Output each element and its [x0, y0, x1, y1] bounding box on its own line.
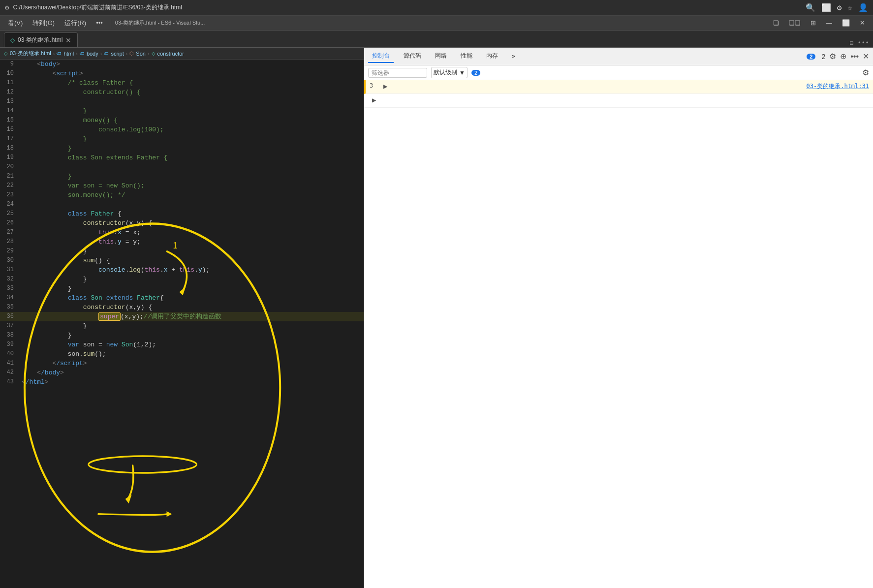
- breadcrumb-icon-3: 🏷: [104, 51, 109, 56]
- line-content-22: var son = new Son();: [20, 181, 364, 190]
- console-row-link-0[interactable]: 03-类的继承.html:31: [807, 82, 869, 91]
- devtools-close-button[interactable]: ✕: [863, 52, 869, 61]
- menu-close[interactable]: ✕: [856, 18, 869, 28]
- breadcrumb-sep-3: ›: [126, 51, 128, 57]
- console-row-0: 3 ▶ 03-类的继承.html:31: [364, 80, 873, 94]
- console-filter-input[interactable]: [368, 68, 427, 78]
- breadcrumb-item-0[interactable]: 03-类的继承.html: [10, 50, 51, 57]
- line-number-27: 27: [0, 228, 20, 237]
- main-layout: ◇ 03-类的继承.html › 🏷 html › 🏷 body › 🏷 scr…: [0, 48, 873, 588]
- breadcrumb-item-3[interactable]: script: [111, 51, 124, 57]
- line-number-15: 15: [0, 116, 20, 125]
- editor-tab-active[interactable]: ◇ 03-类的继承.html ✕: [4, 32, 78, 47]
- editor-panel: ◇ 03-类的继承.html › 🏷 html › 🏷 body › 🏷 scr…: [0, 48, 364, 588]
- code-line-41: 41 </script>: [0, 359, 364, 368]
- line-content-19: class Son extends Father {: [20, 153, 364, 162]
- app-icon: ⚙: [5, 3, 9, 12]
- line-content-35: constructor(x,y) {: [20, 303, 364, 312]
- breadcrumb-sep-1: ›: [76, 51, 78, 57]
- line-number-29: 29: [0, 247, 20, 256]
- devtools-tab-more[interactable]: »: [508, 51, 519, 62]
- devtools-top-controls: 2 2 ⚙ ⊕ ••• ✕: [807, 52, 869, 61]
- devtools-tab-memory[interactable]: 内存: [482, 50, 502, 63]
- menu-win3[interactable]: ⊞: [807, 18, 820, 28]
- line-number-9: 9: [0, 60, 20, 69]
- menu-more[interactable]: •••: [92, 18, 107, 28]
- menu-run[interactable]: 运行(R): [61, 18, 90, 29]
- code-line-27: 27 this.x = x;: [0, 228, 364, 237]
- console-row-chevron-1[interactable]: ▶: [372, 96, 376, 104]
- menu-maximize[interactable]: ⬜: [838, 18, 854, 28]
- line-content-16: console.log(100);: [20, 125, 364, 134]
- code-line-33: 33 }: [0, 284, 364, 293]
- line-number-30: 30: [0, 256, 20, 265]
- line-number-34: 34: [0, 293, 20, 303]
- devtools-settings-button[interactable]: ⚙: [829, 52, 836, 61]
- line-content-9: <body>: [20, 60, 364, 69]
- title-path: C:/Users/huawei/Desktop/前端前进前前进/ES6/03-类…: [13, 3, 805, 12]
- tab-close-button[interactable]: ✕: [65, 36, 71, 44]
- line-number-25: 25: [0, 209, 20, 218]
- breadcrumb-item-4[interactable]: Son: [136, 51, 146, 57]
- tab-more-icon[interactable]: •••: [858, 39, 869, 47]
- devtools-tab-sources[interactable]: 源代码: [400, 50, 425, 63]
- line-number-38: 38: [0, 331, 20, 340]
- code-line-19: 19 class Son extends Father {: [0, 153, 364, 162]
- menu-view[interactable]: 看(V): [4, 18, 27, 29]
- title-star[interactable]: ☆: [847, 3, 852, 13]
- menu-win1[interactable]: ❏: [769, 18, 783, 28]
- title-settings[interactable]: ⚙: [837, 3, 842, 13]
- code-line-9: 9 <body>: [0, 60, 364, 69]
- line-number-24: 24: [0, 200, 20, 209]
- line-number-39: 39: [0, 340, 20, 349]
- devtools-tab-network[interactable]: 网络: [431, 50, 451, 63]
- breadcrumb-item-5[interactable]: constructor: [157, 51, 184, 57]
- devtools-more-button[interactable]: •••: [850, 52, 859, 61]
- devtools-share-button[interactable]: ⊕: [840, 52, 846, 61]
- line-content-31: console.log(this.x + this.y);: [20, 265, 364, 275]
- code-line-20: 20: [0, 162, 364, 172]
- menu-goto[interactable]: 转到(G): [29, 18, 59, 29]
- line-number-21: 21: [0, 172, 20, 181]
- breadcrumb-sep-2: ›: [100, 51, 102, 57]
- code-line-30: 30 sum() {: [0, 256, 364, 265]
- log-level-dropdown[interactable]: 默认级别 ▼: [431, 67, 468, 78]
- code-editor[interactable]: 9 <body> 10 <script> 11 /* class Father …: [0, 60, 364, 588]
- line-content-34: class Son extends Father{: [20, 293, 364, 303]
- devtools-tab-performance[interactable]: 性能: [457, 50, 476, 63]
- title-search[interactable]: 🔍: [806, 3, 815, 13]
- code-line-17: 17 }: [0, 134, 364, 144]
- tab-split-icon[interactable]: ⊟: [850, 39, 854, 47]
- devtools-tab-console[interactable]: 控制台: [368, 50, 394, 63]
- line-content-32: }: [20, 275, 364, 284]
- menu-minimize[interactable]: —: [822, 18, 836, 28]
- console-settings-icon[interactable]: ⚙: [862, 68, 869, 77]
- line-number-28: 28: [0, 237, 20, 247]
- menu-win2[interactable]: ❏❏: [785, 18, 805, 28]
- code-line-28: 28 this.y = y;: [0, 237, 364, 247]
- code-line-11: 11 /* class Father {: [0, 78, 364, 88]
- title-split[interactable]: ⬜: [821, 3, 831, 13]
- title-user[interactable]: 👤: [858, 3, 868, 13]
- code-line-40: 40 son.sum();: [0, 349, 364, 359]
- code-line-26: 26 constructor(x,y) {: [0, 218, 364, 228]
- code-line-22: 22 var son = new Son();: [0, 181, 364, 190]
- line-content-18: }: [20, 144, 364, 153]
- tab-controls: ⊟ •••: [850, 39, 869, 47]
- line-number-12: 12: [0, 88, 20, 97]
- line-content-38: }: [20, 331, 364, 340]
- breadcrumb-item-1[interactable]: html: [63, 51, 74, 57]
- line-content-24: [20, 200, 364, 209]
- code-line-10: 10 <script>: [0, 69, 364, 78]
- console-row-chevron-0[interactable]: ▶: [383, 82, 387, 90]
- devtools-badge-label: 2: [821, 53, 825, 61]
- menu-sep: [111, 19, 111, 28]
- console-content: 3 ▶ 03-类的继承.html:31 ▶: [364, 80, 873, 588]
- line-number-11: 11: [0, 78, 20, 88]
- breadcrumb-item-2[interactable]: body: [87, 51, 98, 57]
- line-content-43: </html>: [20, 377, 364, 387]
- line-number-18: 18: [0, 144, 20, 153]
- code-line-21: 21 }: [0, 172, 364, 181]
- devtools-topbar: 控制台 源代码 网络 性能 内存 » 2 2 ⚙ ⊕ ••• ✕: [364, 48, 873, 65]
- code-line-14: 14 }: [0, 106, 364, 116]
